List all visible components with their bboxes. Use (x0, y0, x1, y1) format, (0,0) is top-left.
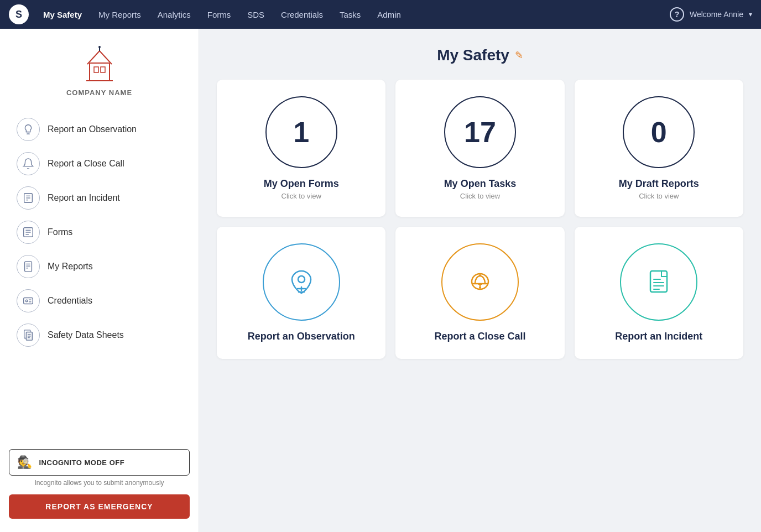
nav-item-myreports[interactable]: My Reports (91, 7, 149, 23)
company-name: COMPANY NAME (66, 88, 132, 97)
sidebar-item-close-call[interactable]: Report a Close Call (9, 147, 190, 181)
svg-rect-16 (25, 262, 32, 272)
sidebar-label-sds: Safety Data Sheets (48, 330, 124, 340)
stat-number-drafts: 0 (651, 116, 667, 149)
edit-icon[interactable]: ✎ (515, 49, 523, 61)
bulb-icon (17, 118, 40, 141)
card-report-close-call[interactable]: Report a Close Call (395, 227, 564, 359)
svg-rect-1 (94, 67, 98, 72)
action-label-observation: Report an Observation (248, 331, 355, 342)
svg-point-4 (98, 46, 101, 48)
card-sublabel-forms: Click to view (282, 192, 321, 200)
sidebar: COMPANY NAME Report an Observation Repor… (0, 29, 199, 532)
svg-point-29 (298, 276, 305, 283)
stat-circle-drafts: 0 (623, 96, 695, 168)
page-title: My Safety (437, 46, 509, 64)
stat-circle-tasks: 17 (444, 96, 516, 168)
stat-circle-forms: 1 (265, 96, 337, 168)
main-content: My Safety ✎ 1 My Open Forms Click to vie… (199, 29, 761, 532)
help-icon[interactable]: ? (670, 7, 684, 22)
nav-item-analytics[interactable]: Analytics (150, 7, 199, 23)
card-sublabel-drafts: Click to view (639, 192, 679, 200)
incognito-description: Incognito allows you to submit anonymous… (9, 479, 190, 487)
action-label-incident: Report an Incident (615, 331, 702, 342)
nav-item-admin[interactable]: Admin (369, 7, 409, 23)
incognito-icon: 🕵️ (17, 455, 33, 470)
nav-right: ? Welcome Annie ▾ (670, 7, 752, 22)
nav-item-tasks[interactable]: Tasks (332, 7, 368, 23)
nav-item-credentials[interactable]: Credentials (273, 7, 331, 23)
main-layout: COMPANY NAME Report an Observation Repor… (0, 29, 761, 532)
card-sublabel-tasks: Click to view (460, 192, 500, 200)
incident-icon (17, 186, 40, 210)
sidebar-label-myreports: My Reports (48, 262, 93, 272)
myreports-icon (17, 255, 40, 278)
nav-items: My Safety My Reports Analytics Forms SDS… (35, 7, 668, 23)
nav-item-mysafety[interactable]: My Safety (35, 7, 90, 23)
incognito-label: INCOGNITO MODE OFF (39, 458, 125, 467)
card-label-drafts: My Draft Reports (619, 178, 699, 190)
incognito-mode-button[interactable]: 🕵️ INCOGNITO MODE OFF (9, 449, 190, 476)
sidebar-item-credentials[interactable]: Credentials (9, 284, 190, 318)
user-menu-arrow[interactable]: ▾ (749, 11, 752, 18)
bell-icon (17, 152, 40, 175)
stat-number-tasks: 17 (464, 116, 496, 149)
sidebar-label-forms: Forms (48, 227, 72, 237)
svg-rect-0 (90, 63, 110, 81)
sidebar-item-sds[interactable]: Safety Data Sheets (9, 318, 190, 352)
emergency-button[interactable]: REPORT AS EMERGENCY (9, 494, 190, 519)
svg-rect-2 (101, 67, 105, 72)
sidebar-label-observation: Report an Observation (48, 124, 137, 134)
incident-svg-icon (639, 263, 678, 301)
card-label-tasks: My Open Tasks (444, 178, 517, 190)
sds-icon (17, 324, 40, 347)
sidebar-bottom: 🕵️ INCOGNITO MODE OFF Incognito allows y… (9, 436, 190, 519)
sidebar-label-incident: Report an Incident (48, 193, 120, 203)
nav-item-sds[interactable]: SDS (239, 7, 272, 23)
cards-grid: 1 My Open Forms Click to view 17 My Open… (217, 80, 743, 359)
card-open-forms[interactable]: 1 My Open Forms Click to view (217, 80, 385, 217)
close-call-svg-icon (461, 263, 499, 301)
card-draft-reports[interactable]: 0 My Draft Reports Click to view (575, 80, 743, 217)
card-label-forms: My Open Forms (264, 178, 339, 190)
svg-point-36 (479, 286, 481, 289)
company-logo-icon (77, 42, 122, 86)
svg-point-21 (25, 300, 28, 302)
card-report-incident[interactable]: Report an Incident (575, 227, 743, 359)
svg-point-34 (479, 274, 481, 277)
credentials-icon (17, 289, 40, 312)
sidebar-item-myreports[interactable]: My Reports (9, 249, 190, 284)
forms-icon (17, 221, 40, 244)
observation-svg-icon (282, 263, 321, 301)
sidebar-label-close-call: Report a Close Call (48, 159, 124, 169)
action-circle-close-call (441, 243, 519, 321)
action-circle-observation (263, 243, 340, 321)
welcome-text: Welcome Annie (690, 10, 743, 19)
sidebar-logo-area: COMPANY NAME (9, 42, 190, 97)
sidebar-item-report-observation[interactable]: Report an Observation (9, 112, 190, 147)
sidebar-item-incident[interactable]: Report an Incident (9, 181, 190, 215)
svg-rect-20 (24, 298, 33, 304)
card-report-observation[interactable]: Report an Observation (217, 227, 385, 359)
card-open-tasks[interactable]: 17 My Open Tasks Click to view (395, 80, 564, 217)
page-title-row: My Safety ✎ (217, 46, 743, 64)
sidebar-item-forms[interactable]: Forms (9, 215, 190, 249)
nav-logo[interactable]: S (9, 4, 29, 24)
action-label-close-call: Report a Close Call (434, 331, 525, 342)
action-circle-incident (620, 243, 697, 321)
stat-number-forms: 1 (293, 116, 309, 149)
sidebar-label-credentials: Credentials (48, 296, 92, 306)
top-navigation: S My Safety My Reports Analytics Forms S… (0, 0, 761, 29)
nav-item-forms[interactable]: Forms (200, 7, 239, 23)
